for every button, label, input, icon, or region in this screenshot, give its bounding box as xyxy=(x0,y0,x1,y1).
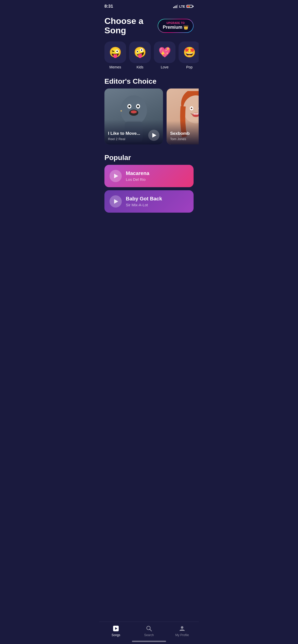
song-info-babygotback: Baby Got Back Sir Mix-A-Lot xyxy=(126,196,188,207)
song-card-move-it[interactable]: I Like to Move... Reel 2 Real xyxy=(104,89,163,144)
love-label: Love xyxy=(161,65,168,69)
kids-emoji: 🤪 xyxy=(134,46,146,58)
popular-item-macarena[interactable]: Macarena Los Del Rio xyxy=(104,165,194,187)
love-emoji: 💖 xyxy=(158,46,171,58)
song-card-overlay-1: I Like to Move... Reel 2 Real xyxy=(104,120,163,144)
categories-row: 😜 Memes 🤪 Kids 💖 Love 🤩 Pop xyxy=(99,39,199,73)
category-kids[interactable]: 🤪 Kids xyxy=(129,41,151,69)
svg-point-7 xyxy=(137,105,139,107)
play-button-macarena[interactable] xyxy=(110,170,122,182)
editors-choice-title: Editor's Choice xyxy=(99,73,199,89)
popular-item-babygotback[interactable]: Baby Got Back Sir Mix-A-Lot xyxy=(104,190,194,213)
lte-label: LTE xyxy=(179,5,185,8)
upgrade-to-label: UPGRADE TO xyxy=(167,22,185,24)
battery-icon: ⚡ xyxy=(186,5,194,8)
song-card-sexbomb[interactable]: Sexbomb Tom Jones xyxy=(167,89,199,144)
pop-label: Pop xyxy=(186,65,193,69)
signal-bar-1 xyxy=(173,7,174,8)
song-info-move-it: I Like to Move... Reel 2 Real xyxy=(108,131,140,141)
category-pop[interactable]: 🤩 Pop xyxy=(179,41,199,69)
status-icons: LTE ⚡ xyxy=(173,5,194,8)
love-icon-box: 💖 xyxy=(154,41,175,63)
premium-upgrade-button[interactable]: UPGRADE TO Premium 👑 xyxy=(158,19,194,33)
svg-point-5 xyxy=(128,105,130,107)
svg-rect-18 xyxy=(193,113,198,114)
play-button-move-it[interactable] xyxy=(148,130,159,141)
play-triangle-icon xyxy=(152,133,156,138)
popular-title: Popular xyxy=(99,150,199,165)
category-memes[interactable]: 😜 Memes xyxy=(104,41,126,69)
memes-label: Memes xyxy=(110,65,121,69)
premium-label: Premium xyxy=(163,25,182,30)
song-title-babygotback: Baby Got Back xyxy=(126,196,188,202)
song-artist-sexbomb: Tom Jones xyxy=(170,137,190,141)
song-title-macarena: Macarena xyxy=(126,170,188,176)
song-artist-macarena: Los Del Rio xyxy=(126,177,188,182)
svg-point-3 xyxy=(131,110,137,113)
memes-icon-box: 😜 xyxy=(104,41,126,63)
signal-bar-4 xyxy=(177,5,178,8)
song-title-sexbomb: Sexbomb xyxy=(170,131,190,136)
editors-choice-list: I Like to Move... Reel 2 Real xyxy=(99,89,199,150)
signal-bar-2 xyxy=(174,6,175,8)
song-artist-move-it: Reel 2 Real xyxy=(108,137,140,141)
category-love[interactable]: 💖 Love xyxy=(154,41,175,69)
status-bar: 8:31 LTE ⚡ xyxy=(99,0,199,11)
song-title-move-it: I Like to Move... xyxy=(108,131,140,136)
pop-icon-box: 🤩 xyxy=(179,41,199,63)
play-triangle-babygotback-icon xyxy=(114,199,118,204)
page-title: Choose a Song xyxy=(104,16,158,35)
song-card-overlay-2: Sexbomb Tom Jones xyxy=(167,121,199,144)
play-button-babygotback[interactable] xyxy=(110,195,122,208)
kids-icon-box: 🤪 xyxy=(129,41,151,63)
premium-crown-icon: 👑 xyxy=(183,25,188,30)
status-time: 8:31 xyxy=(104,4,113,9)
kids-label: Kids xyxy=(137,65,143,69)
memes-emoji: 😜 xyxy=(109,46,122,58)
signal-bar-3 xyxy=(176,5,177,8)
signal-bars-icon xyxy=(173,5,178,8)
svg-point-14 xyxy=(191,108,192,109)
svg-point-9 xyxy=(120,110,122,112)
popular-list: Macarena Los Del Rio Baby Got Back Sir M… xyxy=(99,165,199,218)
song-info-sexbomb: Sexbomb Tom Jones xyxy=(170,131,190,141)
header: Choose a Song UPGRADE TO Premium 👑 xyxy=(99,11,199,39)
song-artist-babygotback: Sir Mix-A-Lot xyxy=(126,203,188,207)
pop-emoji: 🤩 xyxy=(183,46,196,58)
song-info-macarena: Macarena Los Del Rio xyxy=(126,170,188,182)
battery-bolt-icon: ⚡ xyxy=(188,5,191,8)
play-triangle-macarena-icon xyxy=(114,174,118,178)
